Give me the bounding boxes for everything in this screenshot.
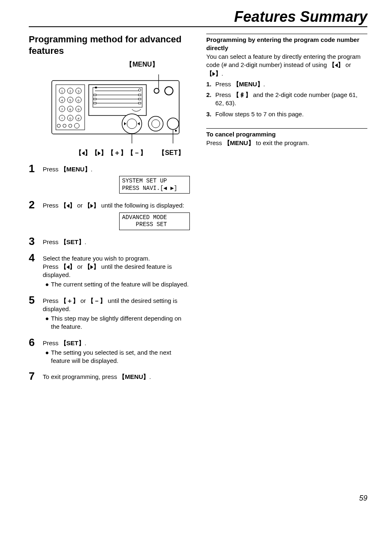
set-key: 【SET】 <box>60 339 85 346</box>
svg-text:0: 0 <box>69 117 71 120</box>
step-3: 3 Press 【SET】. <box>29 236 190 247</box>
t: Press <box>215 91 233 98</box>
t: . <box>263 81 265 88</box>
svg-rect-38 <box>138 94 141 96</box>
page-title: Features Summary <box>29 8 367 27</box>
diagram-label-menu: 【MENU】 <box>95 60 190 69</box>
right-arrow-key: 【】 <box>206 70 221 77</box>
step-number: 6 <box>29 337 43 365</box>
menu-key: 【MENU】 <box>119 373 149 380</box>
ol-body: Press 【MENU】. <box>215 80 265 88</box>
columns: Programming method for advanced features… <box>29 34 367 387</box>
svg-text:8: 8 <box>69 108 71 111</box>
step-body: Press 【SET】. ● The setting you selected … <box>43 337 190 365</box>
bullet-text: The current setting of the feature will … <box>51 280 189 289</box>
plus-key: 【＋】 <box>60 297 79 304</box>
svg-point-37 <box>138 89 141 91</box>
t: . <box>149 373 151 380</box>
t: or <box>76 263 85 270</box>
svg-text:5: 5 <box>69 99 71 102</box>
svg-rect-42 <box>94 98 96 100</box>
right-para-2: Press 【MENU】 to exit the program. <box>206 139 367 147</box>
ol-item-3: 3. Follow steps 5 to 7 on this page. <box>206 110 367 118</box>
left-column: Programming method for advanced features… <box>29 34 190 387</box>
page-number: 59 <box>29 494 367 503</box>
bullet-dot: ● <box>45 314 51 331</box>
step-body: Press 【SET】. <box>43 236 190 247</box>
svg-text:*: * <box>61 117 62 120</box>
svg-text:1: 1 <box>61 90 63 93</box>
ol-item-2: 2. Press 【♯】 and the 2-digit code number… <box>206 91 367 108</box>
menu-key: 【MENU】 <box>224 139 254 146</box>
svg-point-26 <box>57 124 60 127</box>
t: or <box>344 61 351 68</box>
lcd-display: ADVANCED MODE PRESS SET <box>119 212 190 230</box>
svg-point-50 <box>167 118 179 129</box>
diagram-label-navkeys: 【】【】【＋】【－】 <box>75 149 147 157</box>
t: Press <box>43 339 60 346</box>
fax-machine-illustration: 1 2 3 4 5 6 7 8 9 * 0 # <box>50 70 181 146</box>
svg-text:6: 6 <box>78 99 80 102</box>
diagram-bottom-labels: 【】【】【＋】【－】 【SET】 <box>70 149 190 157</box>
section-heading: Programming method for advanced features <box>29 34 190 56</box>
t: . <box>221 70 223 77</box>
right-ordered-list: 1. Press 【MENU】. 2. Press 【♯】 and the 2-… <box>206 80 367 118</box>
ol-body: Follow steps 5 to 7 on this page. <box>215 110 304 118</box>
step-body: Press 【MENU】. SYSTEM SET UP PRESS NAVI.[… <box>43 163 190 194</box>
svg-text:2: 2 <box>69 90 71 93</box>
step-line2: Press 【】 or 【】 until the desired feature… <box>43 263 190 279</box>
left-arrow-key: 【】 <box>329 61 344 68</box>
step-text: Press <box>43 202 60 209</box>
svg-point-29 <box>74 123 79 128</box>
minus-key: 【－】 <box>88 297 106 304</box>
hash-key: 【♯】 <box>233 91 251 98</box>
rule <box>206 128 367 129</box>
t: . <box>85 339 86 346</box>
step-number: 4 <box>29 252 43 289</box>
set-key: 【SET】 <box>60 238 85 245</box>
rule <box>206 34 367 34</box>
lcd-wrap: ADVANCED MODE PRESS SET <box>43 212 190 230</box>
svg-text:3: 3 <box>78 90 80 93</box>
t: Press <box>215 81 233 88</box>
step-number: 3 <box>29 236 43 247</box>
svg-point-46 <box>154 88 159 93</box>
menu-key: 【MENU】 <box>233 81 263 88</box>
step-mid: or <box>76 202 85 209</box>
step-suffix: . <box>85 238 86 245</box>
svg-point-49 <box>152 120 160 128</box>
svg-point-47 <box>165 87 173 95</box>
step-text: Press <box>43 166 60 173</box>
svg-rect-43 <box>94 102 96 104</box>
svg-rect-39 <box>138 98 141 100</box>
step-bullet: ● The setting you selected is set, and t… <box>45 349 190 365</box>
bullet-dot: ● <box>45 349 51 365</box>
step-bullet: ● The current setting of the feature wil… <box>45 280 190 289</box>
step-line: Select the feature you wish to program. <box>43 254 190 263</box>
ol-num: 2. <box>206 91 215 108</box>
right-arrow-key: 【】 <box>84 263 99 270</box>
step-body: Press 【＋】 or 【－】 until the desired setti… <box>43 295 190 331</box>
t: Press <box>43 297 60 304</box>
svg-text:9: 9 <box>78 108 80 111</box>
svg-rect-36 <box>95 87 97 88</box>
step-text-suffix: . <box>91 166 92 173</box>
lcd-wrap: SYSTEM SET UP PRESS NAVI.[◀ ▶] <box>43 176 190 194</box>
t: Press <box>206 139 224 146</box>
step-bullet: ● This step may be slightly different de… <box>45 314 190 331</box>
right-arrow-key: 【】 <box>84 202 99 209</box>
t: To exit programming, press <box>43 373 119 380</box>
svg-point-27 <box>63 124 66 127</box>
svg-text:4: 4 <box>61 99 63 102</box>
step-number: 1 <box>29 163 43 194</box>
ol-item-1: 1. Press 【MENU】. <box>206 80 367 88</box>
step-suffix: until the following is displayed: <box>99 202 184 209</box>
t: Press <box>43 263 60 270</box>
step-5: 5 Press 【＋】 or 【－】 until the desired set… <box>29 295 190 331</box>
ol-body: Press 【♯】 and the 2-digit code number (p… <box>215 91 367 108</box>
left-arrow-key: 【】 <box>60 263 76 270</box>
diagram-label-set: 【SET】 <box>158 149 184 157</box>
step-6: 6 Press 【SET】. ● The setting you selecte… <box>29 337 190 365</box>
step-number: 2 <box>29 199 43 230</box>
svg-text:#: # <box>78 117 80 120</box>
